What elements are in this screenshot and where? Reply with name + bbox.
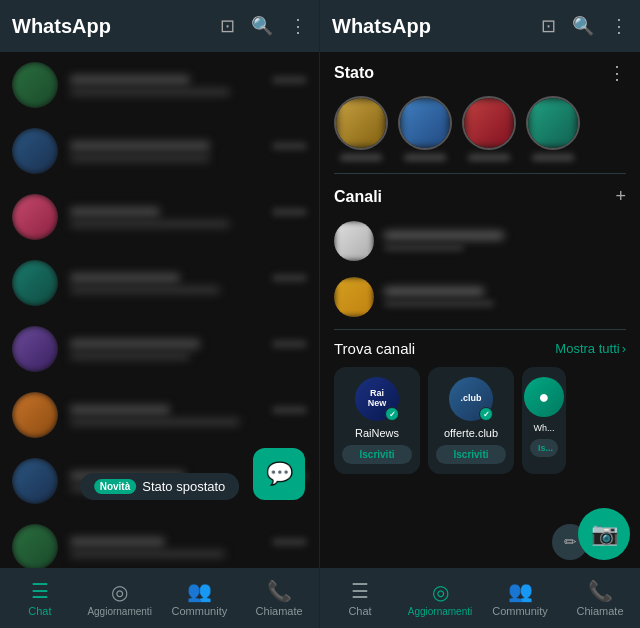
partial-card-logo: ● [524, 377, 564, 417]
right-camera-icon[interactable]: ⊡ [541, 15, 556, 37]
channel-info [384, 287, 626, 307]
right-chat-nav-icon: ☰ [351, 579, 369, 603]
status-avatar [334, 96, 388, 150]
canali-title: Canali [334, 188, 382, 206]
edit-icon: ✏ [564, 533, 577, 551]
novita-badge: Novità [94, 479, 137, 494]
chat-fab-icon: 💬 [266, 461, 293, 487]
avatar [12, 194, 58, 240]
avatar [12, 326, 58, 372]
right-search-icon[interactable]: 🔍 [572, 15, 594, 37]
table-row[interactable] [0, 52, 319, 118]
nav-item-aggiornamenti[interactable]: ◎ Aggiornamenti [80, 572, 160, 625]
table-row[interactable] [0, 514, 319, 568]
rainews-logo: RaiNew ✓ [355, 377, 399, 421]
avatar [12, 128, 58, 174]
status-item[interactable] [398, 96, 452, 161]
right-panel: WhatsApp ⊡ 🔍 ⋮ Stato ⋮ [320, 0, 640, 628]
avatar [12, 260, 58, 306]
nav-label-aggiornamenti: Aggiornamenti [87, 606, 151, 617]
chat-info [70, 537, 307, 558]
right-nav-label-chat: Chat [348, 605, 371, 617]
channel-cards: RaiNew ✓ RaiNews Iscriviti .club ✓ offer… [320, 363, 640, 482]
new-chat-fab[interactable]: 💬 [253, 448, 305, 500]
right-aggiornamenti-nav-icon: ◎ [432, 580, 449, 604]
stato-title: Stato [334, 64, 374, 82]
chevron-icon: › [622, 341, 626, 356]
channel-info [384, 231, 626, 251]
table-row[interactable] [0, 382, 319, 448]
chat-info [70, 141, 307, 162]
status-item[interactable] [334, 96, 388, 161]
verified-badge: ✓ [385, 407, 399, 421]
right-app-title: WhatsApp [332, 15, 431, 38]
right-nav-item-chiamate[interactable]: 📞 Chiamate [560, 571, 640, 625]
more-icon[interactable]: ⋮ [289, 15, 307, 37]
channel-card-rainews[interactable]: RaiNew ✓ RaiNews Iscriviti [334, 367, 420, 474]
left-header: WhatsApp ⊡ 🔍 ⋮ [0, 0, 319, 52]
status-item[interactable] [462, 96, 516, 161]
right-nav-item-aggiornamenti[interactable]: ◎ Aggiornamenti [400, 572, 480, 625]
nav-item-chat[interactable]: ☰ Chat [0, 571, 80, 625]
stato-more-icon[interactable]: ⋮ [608, 62, 626, 84]
community-nav-icon: 👥 [187, 579, 212, 603]
trova-title: Trova canali [334, 340, 415, 357]
chat-info [70, 273, 307, 294]
divider [334, 173, 626, 174]
nav-item-community[interactable]: 👥 Community [160, 571, 240, 625]
right-header-icons: ⊡ 🔍 ⋮ [541, 15, 628, 37]
card-name-partial: Wh... [530, 423, 558, 433]
chiamate-nav-icon: 📞 [267, 579, 292, 603]
status-row [320, 90, 640, 171]
left-app-title: WhatsApp [12, 15, 111, 38]
status-notification[interactable]: Novità Stato spostato [80, 473, 240, 500]
avatar [12, 62, 58, 108]
status-avatar [462, 96, 516, 150]
right-nav-item-chat[interactable]: ☰ Chat [320, 571, 400, 625]
avatar [12, 458, 58, 504]
trova-header: Trova canali Mostra tutti › [320, 332, 640, 363]
add-channel-icon[interactable]: + [615, 186, 626, 207]
mostra-tutti-link[interactable]: Mostra tutti › [555, 341, 626, 356]
right-nav-label-community: Community [492, 605, 548, 617]
right-nav-item-community[interactable]: 👥 Community [480, 571, 560, 625]
table-row[interactable] [0, 250, 319, 316]
status-avatar [398, 96, 452, 150]
card-name-rainews: RaiNews [355, 427, 399, 439]
left-panel: WhatsApp ⊡ 🔍 ⋮ [0, 0, 320, 628]
chat-info [70, 339, 307, 360]
channel-item[interactable] [320, 269, 640, 325]
stato-section-header: Stato ⋮ [320, 52, 640, 90]
subscribe-button-offerteclub[interactable]: Iscriviti [436, 445, 506, 464]
nav-label-chiamate: Chiamate [256, 605, 303, 617]
table-row[interactable] [0, 316, 319, 382]
card-name-offerteclub: offerte.club [444, 427, 498, 439]
chat-nav-icon: ☰ [31, 579, 49, 603]
table-row[interactable] [0, 184, 319, 250]
nav-item-chiamate[interactable]: 📞 Chiamate [239, 571, 319, 625]
table-row[interactable] [0, 118, 319, 184]
right-content: Stato ⋮ [320, 52, 640, 568]
camera-fab[interactable]: 📷 [578, 508, 630, 560]
channel-card-offerteclub[interactable]: .club ✓ offerte.club Iscriviti [428, 367, 514, 474]
channel-avatar [334, 221, 374, 261]
channel-card-partial[interactable]: ● Wh... Is... [522, 367, 566, 474]
right-nav-label-aggiornamenti: Aggiornamenti [408, 606, 472, 617]
chat-info [70, 207, 307, 228]
subscribe-button-partial[interactable]: Is... [530, 439, 558, 457]
right-header: WhatsApp ⊡ 🔍 ⋮ [320, 0, 640, 52]
right-bottom-nav: ☰ Chat ◎ Aggiornamenti 👥 Community 📞 Chi… [320, 568, 640, 628]
channel-item[interactable] [320, 213, 640, 269]
camera-icon[interactable]: ⊡ [220, 15, 235, 37]
status-item[interactable] [526, 96, 580, 161]
divider [334, 329, 626, 330]
aggiornamenti-nav-icon: ◎ [111, 580, 128, 604]
avatar [12, 392, 58, 438]
left-bottom-nav: ☰ Chat ◎ Aggiornamenti 👥 Community 📞 Chi… [0, 568, 319, 628]
subscribe-button-rainews[interactable]: Iscriviti [342, 445, 412, 464]
left-header-icons: ⊡ 🔍 ⋮ [220, 15, 307, 37]
right-more-icon[interactable]: ⋮ [610, 15, 628, 37]
verified-badge: ✓ [479, 407, 493, 421]
search-icon[interactable]: 🔍 [251, 15, 273, 37]
status-text: Stato spostato [142, 479, 225, 494]
